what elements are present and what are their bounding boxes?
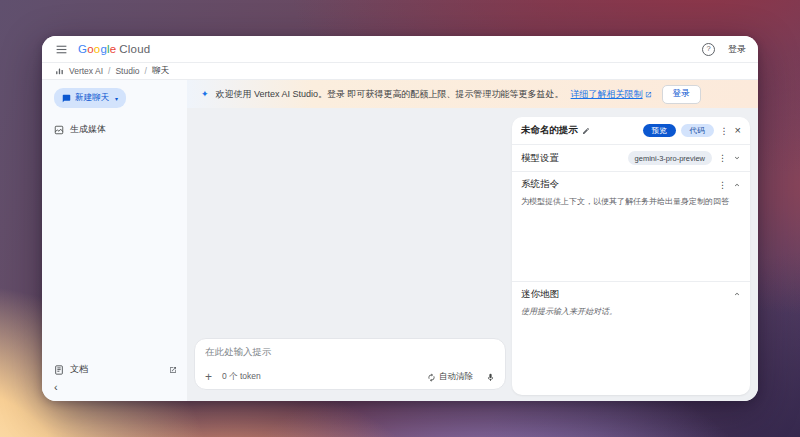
docs-label: 文档: [70, 363, 88, 376]
prompt-input-box[interactable]: + 0 个 token 自动清除: [194, 338, 506, 390]
logo-cloud-text: Cloud: [119, 43, 150, 55]
sidebar-item-label: 生成媒体: [70, 123, 106, 136]
model-chip[interactable]: gemini-3-pro-preview: [628, 151, 712, 165]
external-link-icon: [645, 91, 652, 98]
spark-icon: ✦: [201, 89, 209, 99]
chevron-down-icon[interactable]: [733, 154, 741, 162]
main-area: ✦ 欢迎使用 Vertex AI Studio。登录 即可获得更高的配额上限、提…: [187, 80, 758, 401]
system-instructions-section: 系统指令 ⋮ 为模型提供上下文，以便其了解任务并给出量身定制的回答: [512, 172, 750, 282]
chevron-up-icon[interactable]: [733, 290, 741, 298]
minimap-actions: [733, 290, 741, 298]
sidebar-item-generate-media[interactable]: 生成媒体: [54, 123, 177, 136]
prompt-actions: 自动清除: [427, 371, 495, 383]
model-settings-label: 模型设置: [521, 152, 559, 165]
auto-clear-button[interactable]: 自动清除: [427, 371, 473, 383]
browser-window: Google Cloud ? 登录 Vertex AI / Studio / 聊…: [42, 36, 758, 401]
more-options-icon[interactable]: ⋮: [717, 180, 728, 190]
banner-message: 欢迎使用 Vertex AI Studio。登录 即可获得更高的配额上限、提示管…: [216, 88, 564, 101]
minimap-hint: 使用提示输入来开始对话。: [521, 306, 741, 318]
top-app-bar: Google Cloud ? 登录: [42, 36, 758, 62]
add-media-button[interactable]: +: [205, 371, 212, 383]
chat-bubble-icon: [62, 94, 71, 103]
logo-letter: G: [78, 43, 87, 55]
model-settings-actions: gemini-3-pro-preview ⋮: [628, 151, 741, 165]
logo-letter: o: [94, 43, 101, 55]
hamburger-menu-icon[interactable]: [55, 43, 68, 56]
minimap-header: 迷你地图: [521, 288, 741, 301]
vertex-ai-icon: [55, 67, 64, 76]
logo-letter: o: [87, 43, 94, 55]
model-settings-row: 模型设置 gemini-3-pro-preview ⋮: [512, 145, 750, 172]
sidebar-item-docs[interactable]: 文档: [54, 363, 177, 376]
system-instructions-header: 系统指令 ⋮: [521, 178, 741, 191]
more-options-icon[interactable]: ⋮: [717, 153, 728, 163]
desktop-background: Google Cloud ? 登录 Vertex AI / Studio / 聊…: [0, 0, 800, 437]
app-body: 新建聊天 ▾ 生成媒体 文档: [42, 80, 758, 401]
breadcrumb-item-vertex-ai[interactable]: Vertex AI: [69, 66, 103, 76]
chevron-down-icon[interactable]: ▾: [115, 95, 118, 102]
breadcrumb-item-chat: 聊天: [152, 65, 169, 77]
sidebar-spacer: [54, 136, 177, 363]
system-instructions-label: 系统指令: [521, 178, 559, 191]
system-instructions-hint[interactable]: 为模型提供上下文，以便其了解任务并给出量身定制的回答: [521, 196, 741, 208]
mic-icon[interactable]: [486, 373, 495, 382]
logo-letter: e: [110, 43, 117, 55]
panel-header: 未命名的提示 预览 代码 ⋮ ×: [512, 117, 750, 145]
logo-letter: g: [100, 43, 107, 55]
banner-link-label: 详细了解相关限制: [571, 88, 643, 101]
token-count: 0 个 token: [222, 371, 261, 383]
welcome-banner: ✦ 欢迎使用 Vertex AI Studio。登录 即可获得更高的配额上限、提…: [187, 80, 758, 108]
chat-content: + 0 个 token 自动清除: [187, 108, 758, 401]
topbar-signin-link[interactable]: 登录: [728, 43, 746, 56]
media-icon: [54, 125, 64, 135]
code-tab[interactable]: 代码: [681, 124, 714, 138]
banner-signin-button[interactable]: 登录: [662, 85, 701, 104]
new-chat-label: 新建聊天: [75, 92, 109, 104]
breadcrumb-separator: /: [145, 66, 147, 76]
auto-clear-label: 自动清除: [439, 371, 473, 383]
prompt-settings-panel: 未命名的提示 预览 代码 ⋮ × 模: [512, 117, 750, 395]
help-icon[interactable]: ?: [702, 43, 715, 56]
sidebar-collapse-button[interactable]: ‹: [54, 381, 64, 393]
close-icon[interactable]: ×: [735, 125, 741, 136]
sidebar: 新建聊天 ▾ 生成媒体 文档: [42, 80, 187, 401]
system-instructions-actions: ⋮: [717, 180, 741, 190]
prompt-input[interactable]: [205, 346, 495, 357]
panel-header-actions: 预览 代码 ⋮ ×: [643, 124, 741, 138]
prompt-toolbar: + 0 个 token 自动清除: [205, 371, 495, 383]
more-options-icon[interactable]: ⋮: [719, 126, 730, 136]
refresh-icon: [427, 373, 436, 382]
breadcrumb-item-studio[interactable]: Studio: [115, 66, 139, 76]
minimap-section: 迷你地图 使用提示输入来开始对话。: [512, 282, 750, 395]
minimap-label: 迷你地图: [521, 288, 559, 301]
breadcrumb: Vertex AI / Studio / 聊天: [42, 62, 758, 80]
preview-tab[interactable]: 预览: [643, 124, 676, 138]
prompt-title: 未命名的提示: [521, 124, 578, 137]
google-cloud-logo[interactable]: Google Cloud: [78, 43, 150, 55]
edit-icon[interactable]: [582, 127, 590, 135]
breadcrumb-separator: /: [108, 66, 110, 76]
new-chat-button[interactable]: 新建聊天 ▾: [54, 88, 126, 108]
external-link-icon: [169, 366, 177, 374]
topbar-actions: ? 登录: [702, 43, 746, 56]
doc-icon: [54, 365, 64, 375]
chat-column: + 0 个 token 自动清除: [187, 108, 512, 401]
banner-learn-more-link[interactable]: 详细了解相关限制: [571, 88, 652, 101]
chevron-up-icon[interactable]: [733, 181, 741, 189]
